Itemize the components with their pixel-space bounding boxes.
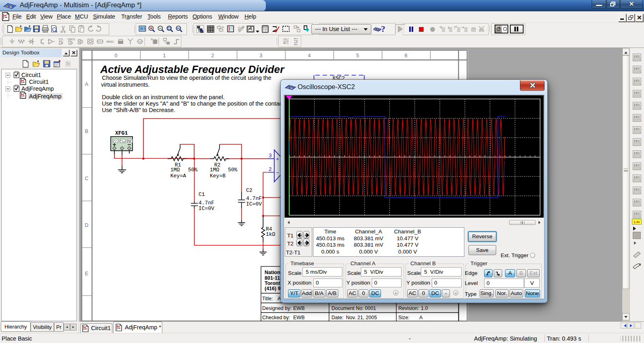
svg-text:Active Adjustable Frequency Di: Active Adjustable Frequency Divider	[100, 63, 285, 75]
svg-text:Choose Simulate/Run to view th: Choose Simulate/Run to view the operatio…	[102, 75, 271, 81]
svg-text:4.7nF: 4.7nF	[199, 200, 214, 206]
svg-text:Nov. 21, 2005: Nov. 21, 2005	[346, 315, 377, 320]
svg-text:D: D	[85, 222, 88, 228]
svg-text:1.0: 1.0	[421, 306, 428, 311]
svg-text:−: −	[276, 170, 279, 176]
svg-text:Revision:: Revision:	[398, 306, 419, 311]
svg-text:MISC: MISC	[106, 40, 114, 44]
svg-text:2: 2	[269, 166, 272, 173]
svg-text:A: A	[85, 81, 89, 87]
svg-text:2: 2	[211, 53, 214, 58]
svg-text:Use "Shift-A/B" to Decrease.: Use "Shift-A/B" to Decrease.	[102, 107, 175, 113]
svg-text:B: B	[85, 129, 88, 134]
svg-text:M: M	[139, 40, 142, 44]
svg-text:Designed by:: Designed by:	[262, 306, 292, 311]
svg-text:EWB: EWB	[293, 306, 304, 311]
svg-text:Title:: Title:	[262, 296, 273, 301]
svg-text:Document No:: Document No:	[331, 306, 364, 311]
svg-text:Checked by:: Checked by:	[262, 315, 290, 320]
svg-text:6: 6	[405, 53, 408, 58]
svg-text:virtual instruments.: virtual instruments.	[101, 81, 150, 88]
svg-text:C2: C2	[246, 187, 253, 193]
svg-text:C1: C1	[199, 191, 205, 197]
svg-text:Date:: Date:	[331, 315, 344, 320]
svg-text:1kΩ: 1kΩ	[266, 231, 275, 237]
svg-text:IC=0V: IC=0V	[246, 201, 262, 207]
svg-text:50%: 50%	[188, 167, 198, 173]
svg-text:CMOS: CMOS	[67, 38, 75, 41]
svg-text:A: A	[419, 315, 423, 320]
svg-text:3: 3	[260, 53, 263, 58]
svg-text:IC=0V: IC=0V	[199, 206, 214, 212]
svg-text:XFG1: XFG1	[115, 130, 128, 136]
svg-text:1MΩ: 1MΩ	[210, 167, 219, 173]
svg-text:EWB: EWB	[293, 315, 304, 320]
svg-text:TTL: TTL	[58, 38, 64, 41]
svg-text:50%: 50%	[228, 167, 238, 173]
svg-text:Use the slider or Keys "A" and: Use the slider or Keys "A" and "B" to ch…	[102, 100, 300, 107]
svg-text:+: +	[276, 156, 279, 162]
svg-text:0001: 0001	[365, 306, 376, 311]
svg-text:Te: Te	[66, 62, 70, 66]
svg-text:5: 5	[356, 53, 359, 58]
svg-text:Size:: Size:	[398, 315, 410, 320]
svg-text:1MΩ: 1MΩ	[170, 167, 180, 173]
svg-text:Key=B: Key=B	[210, 173, 226, 179]
svg-text:E: E	[85, 271, 88, 276]
svg-text:C: C	[85, 176, 88, 181]
svg-text:Key=A: Key=A	[170, 173, 186, 179]
svg-text:Double click on an instrument: Double click on an instrument to view th…	[102, 94, 225, 100]
svg-text:4: 4	[308, 53, 311, 58]
svg-text:1: 1	[163, 53, 166, 58]
svg-text:4.7nF: 4.7nF	[246, 195, 262, 202]
svg-text:0: 0	[115, 53, 118, 58]
svg-text:3: 3	[269, 153, 272, 159]
